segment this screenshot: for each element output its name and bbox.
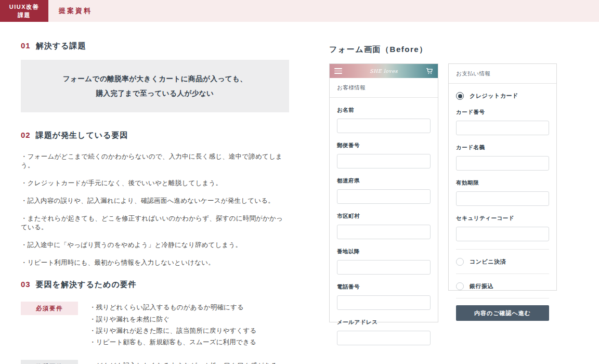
brand-logo: SHE loves <box>370 68 398 74</box>
section-causes: 02課題が発生している要因 ・フォームがどこまで続くのかわからないので、入力中に… <box>21 131 289 267</box>
requirement-item: ・残りどれくらい記入するものがあるか明確にする <box>89 302 257 313</box>
text-input[interactable] <box>456 191 549 206</box>
text-input[interactable] <box>337 189 431 204</box>
text-input[interactable] <box>456 121 549 135</box>
problem-highlight-box: フォームでの離脱率が大きくカートに商品が入っても、 購入完了まで至っている人が少… <box>21 60 289 112</box>
cause-item: ・記入途中に「やっぱり買うのをやめよう」と冷静になり辞めてしまう。 <box>21 241 289 250</box>
required-requirements-row: 必須要件 ・残りどれくらい記入するものがあるか明確にする ・誤りや漏れを未然に防… <box>21 302 289 348</box>
phone-mockups: SHE loves お客様情報 お名前 <box>329 63 557 322</box>
section-number: 03 <box>21 280 31 289</box>
section-title: 解決する課題 <box>36 41 86 50</box>
requirement-item: ・リピート顧客も、新規顧客も、スムーズに利用できる <box>89 336 257 348</box>
recommended-items: ・どんどん記入したくなるようなゲーム性・ワクワク感がある ・「また今度でいいや」… <box>89 360 289 364</box>
app-logo-line2: 課題 <box>18 11 31 20</box>
required-items: ・残りどれくらい記入するものがあるか明確にする ・誤りや漏れを未然に防ぐ ・誤り… <box>89 302 257 348</box>
phone-mockup-customer-info: SHE loves お客様情報 お名前 <box>329 63 438 322</box>
cause-item: ・クレジットカードが手元になく、後でいいやと離脱してしまう。 <box>21 179 289 188</box>
mockup-title: フォーム画面（Before） <box>329 45 557 55</box>
field-label: メールアドレス <box>337 319 431 326</box>
cause-item: ・またそれらが起きても、どこを修正すればいいのかわからず、探すのに時間がかかって… <box>21 214 289 232</box>
app-logo-line1: UIUX改善 <box>9 3 39 11</box>
form-field-address: 番地以降 <box>337 248 431 275</box>
section-problem: 01解決する課題 フォームでの離脱率が大きくカートに商品が入っても、 購入完了ま… <box>21 41 289 112</box>
divider <box>456 274 549 274</box>
top-header: UIUX改善 課題 提案資料 <box>0 0 599 22</box>
field-label: 郵便番号 <box>337 142 431 149</box>
cart-icon[interactable] <box>425 67 433 75</box>
divider <box>456 298 549 298</box>
form-field-expiry: 有効期限 <box>456 179 549 206</box>
text-input[interactable] <box>337 154 431 168</box>
recommended-requirements-row: 推奨要件 ・どんどん記入したくなるようなゲーム性・ワクワク感がある ・「また今度… <box>21 360 289 364</box>
radio-label: クレジットカード <box>470 92 518 100</box>
field-label: 市区町村 <box>337 213 431 220</box>
form-field-postal-code: 郵便番号 <box>337 142 431 168</box>
form-field-card-holder: カード名義 <box>456 144 549 171</box>
form-field-prefecture: 都道府県 <box>337 177 431 204</box>
menu-icon[interactable] <box>334 68 342 74</box>
section-heading: 02課題が発生している要因 <box>21 131 289 140</box>
confirm-button[interactable]: 内容のご確認へ進む <box>456 305 549 321</box>
form-field-city: 市区町村 <box>337 213 431 239</box>
radio-label: コンビニ決済 <box>470 258 506 266</box>
form-field-security-code: セキュリティーコード <box>456 215 549 241</box>
section-heading: 03要因を解決するための要件 <box>21 280 289 290</box>
section-heading: 01解決する課題 <box>21 41 289 51</box>
problem-statement-line1: フォームでの離脱率が大きくカートに商品が入っても、 <box>24 72 286 86</box>
form-field-card-number: カード番号 <box>456 109 549 135</box>
section-requirements: 03要因を解決するための要件 必須要件 ・残りどれくらい記入するものがあるか明確… <box>21 280 289 364</box>
divider <box>456 249 549 250</box>
cause-item: ・フォームがどこまで続くのかわからないので、入力中に長く感じ、途中で諦めてしまう… <box>21 152 289 170</box>
radio-bank-transfer[interactable] <box>456 282 464 290</box>
text-input[interactable] <box>456 156 549 171</box>
payment-option-bank-transfer: 銀行振込 <box>456 282 549 290</box>
field-label: 都道府県 <box>337 177 431 185</box>
radio-credit-card[interactable] <box>456 92 464 100</box>
field-label: 番地以降 <box>337 248 431 255</box>
mockup-column: フォーム画面（Before） SHE loves お客様情報 <box>329 45 557 364</box>
payment-option-credit-card: クレジットカード <box>456 92 549 100</box>
form-field-phone: 電話番号 <box>337 283 431 310</box>
radio-convenience-store[interactable] <box>456 258 464 266</box>
customer-form: お名前 郵便番号 都道府県 市区町村 <box>330 107 438 345</box>
field-label: カード番号 <box>456 109 549 116</box>
panel-label: お支払い情報 <box>449 64 556 84</box>
form-field-name: お名前 <box>337 107 431 133</box>
main-content: 01解決する課題 フォームでの離脱率が大きくカートに商品が入っても、 購入完了ま… <box>0 22 599 364</box>
phone-navbar: SHE loves <box>330 64 438 78</box>
section-title: 課題が発生している要因 <box>36 131 128 139</box>
app-logo: UIUX改善 課題 <box>0 0 48 22</box>
section-number: 02 <box>21 131 31 139</box>
radio-label: 銀行振込 <box>470 282 493 290</box>
requirement-item: ・誤りや漏れを未然に防ぐ <box>89 314 257 325</box>
phone-mockup-payment-info: お支払い情報 クレジットカード カード番号 カード名義 <box>448 63 557 291</box>
text-input[interactable] <box>337 331 431 345</box>
field-label: セキュリティーコード <box>456 215 549 222</box>
payment-option-convenience-store: コンビニ決済 <box>456 258 549 266</box>
text-input[interactable] <box>337 225 431 239</box>
required-badge: 必須要件 <box>21 302 78 315</box>
field-label: お名前 <box>337 107 431 114</box>
problem-statement-line2: 購入完了まで至っている人が少ない <box>24 86 286 101</box>
tab-proposal-document[interactable]: 提案資料 <box>59 0 92 22</box>
text-input[interactable] <box>337 119 431 133</box>
field-label: 電話番号 <box>337 283 431 291</box>
text-input[interactable] <box>337 260 431 275</box>
field-label: カード名義 <box>456 144 549 151</box>
section-title: 要因を解決するための要件 <box>36 280 137 289</box>
cause-item: ・リピート利用時にも、最初から情報を入力しないといけない。 <box>21 258 289 267</box>
cause-list: ・フォームがどこまで続くのかわからないので、入力中に長く感じ、途中で諦めてしまう… <box>21 152 289 267</box>
requirement-item: ・誤りや漏れが起きた際に、該当箇所に戻りやすくする <box>89 325 257 336</box>
form-field-email: メールアドレス <box>337 319 431 345</box>
proposal-text-column: 01解決する課題 フォームでの離脱率が大きくカートに商品が入っても、 購入完了ま… <box>21 41 289 364</box>
text-input[interactable] <box>337 295 431 310</box>
section-number: 01 <box>21 41 31 50</box>
requirement-item: ・どんどん記入したくなるようなゲーム性・ワクワク感がある <box>89 360 289 364</box>
recommended-badge: 推奨要件 <box>21 360 78 364</box>
cause-item: ・記入内容の誤りや、記入漏れにより、確認画面へ進めないケースが発生している。 <box>21 197 289 205</box>
field-label: 有効期限 <box>456 179 549 187</box>
payment-form: クレジットカード カード番号 カード名義 有効期限 <box>449 92 556 321</box>
text-input[interactable] <box>456 227 549 241</box>
panel-label: お客様情報 <box>330 78 438 98</box>
